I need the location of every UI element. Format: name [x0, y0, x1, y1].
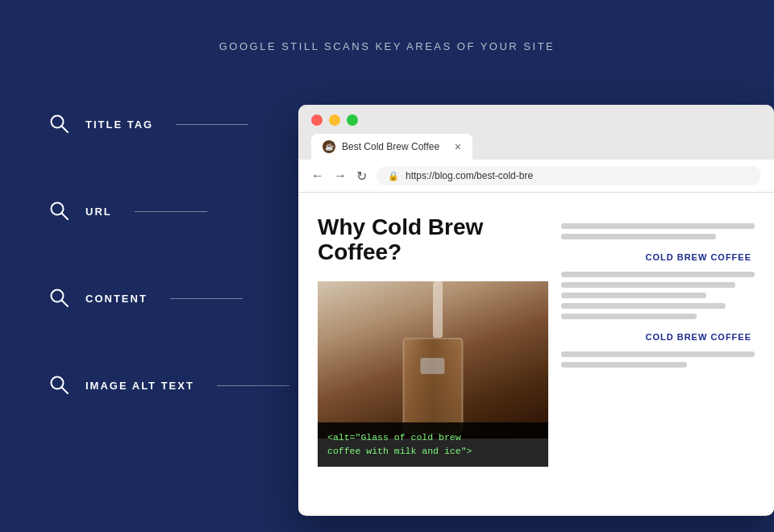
content-left: Why Cold Brew Coffee? <alt="Glass of col… — [318, 215, 548, 499]
text-line — [561, 282, 735, 288]
alt-text-line1: <alt="Glass of cold brew — [327, 432, 461, 443]
svg-line-7 — [62, 388, 69, 394]
sidebar-item-url: URL — [48, 200, 289, 222]
search-icon-title-tag — [48, 113, 71, 135]
search-icon-content — [48, 287, 71, 310]
traffic-light-yellow[interactable] — [329, 114, 340, 126]
sidebar-line-content — [170, 298, 243, 299]
traffic-light-green[interactable] — [347, 114, 358, 126]
tab-bar: ☕ Best Cold Brew Coffee × — [311, 134, 761, 160]
sidebar: TITLE TAG URL CONTENT IMAG — [48, 113, 289, 397]
address-bar-row: ← → ↻ 🔒 https://blog.com/best-cold-bre — [298, 160, 774, 193]
refresh-button[interactable]: ↻ — [356, 168, 367, 184]
page-title: Why Cold Brew Coffee? — [318, 215, 548, 265]
sidebar-item-title-tag: TITLE TAG — [48, 113, 289, 135]
sidebar-line-title-tag — [176, 124, 248, 125]
back-button[interactable]: ← — [311, 168, 324, 183]
content-right: COLD BREW COFFEE COLD BREW COFFEE — [561, 215, 755, 499]
sidebar-label-content: CONTENT — [85, 293, 148, 305]
search-icon-url — [48, 200, 71, 222]
traffic-lights — [311, 114, 761, 126]
address-text: https://blog.com/best-cold-bre — [406, 170, 533, 181]
keyword-badge-1: COLD BREW COFFEE — [561, 252, 755, 262]
text-line — [561, 293, 706, 298]
image-container: <alt="Glass of cold brew coffee with mil… — [318, 281, 548, 467]
browser-content: Why Cold Brew Coffee? <alt="Glass of col… — [298, 193, 774, 515]
keyword-badge-2: COLD BREW COFFEE — [561, 332, 755, 342]
right-lines-group-3 — [561, 351, 755, 368]
browser-tab[interactable]: ☕ Best Cold Brew Coffee × — [311, 134, 472, 160]
tab-favicon: ☕ — [322, 140, 335, 153]
text-line — [561, 272, 755, 277]
sidebar-label-title-tag: TITLE TAG — [85, 118, 153, 131]
right-lines-group-2 — [561, 272, 755, 319]
browser-window: ☕ Best Cold Brew Coffee × ← → ↻ 🔒 https:… — [298, 105, 774, 516]
sidebar-label-url: URL — [85, 206, 112, 218]
sidebar-item-image-alt: IMAGE ALT TEXT — [48, 374, 289, 397]
svg-line-3 — [62, 214, 69, 220]
header-text: GOOGLE STILL SCANS KEY AREAS OF YOUR SIT… — [0, 0, 774, 52]
text-line — [561, 351, 755, 357]
alt-text-line2: coffee with milk and ice"> — [327, 446, 472, 456]
sidebar-line-url — [135, 211, 207, 212]
forward-button[interactable]: → — [334, 168, 347, 183]
text-line — [561, 314, 697, 319]
sidebar-item-content: CONTENT — [48, 287, 289, 310]
sidebar-line-image-alt — [217, 385, 289, 386]
lock-icon: 🔒 — [388, 171, 399, 181]
alt-text-overlay: <alt="Glass of cold brew coffee with mil… — [318, 422, 548, 467]
sidebar-label-image-alt: IMAGE ALT TEXT — [85, 380, 194, 392]
right-lines-group-1 — [561, 223, 755, 239]
browser-chrome: ☕ Best Cold Brew Coffee × — [298, 105, 774, 160]
tab-close-button[interactable]: × — [455, 140, 461, 153]
search-icon-image-alt — [48, 374, 71, 397]
tab-title: Best Cold Brew Coffee — [342, 141, 443, 152]
text-line — [561, 223, 755, 229]
text-line — [561, 303, 726, 309]
text-line — [561, 362, 687, 368]
address-bar[interactable]: 🔒 https://blog.com/best-cold-bre — [377, 166, 761, 185]
coffee-image — [318, 281, 548, 438]
text-line — [561, 234, 716, 239]
svg-line-1 — [62, 127, 69, 133]
traffic-light-red[interactable] — [311, 114, 322, 126]
svg-line-5 — [62, 301, 69, 307]
